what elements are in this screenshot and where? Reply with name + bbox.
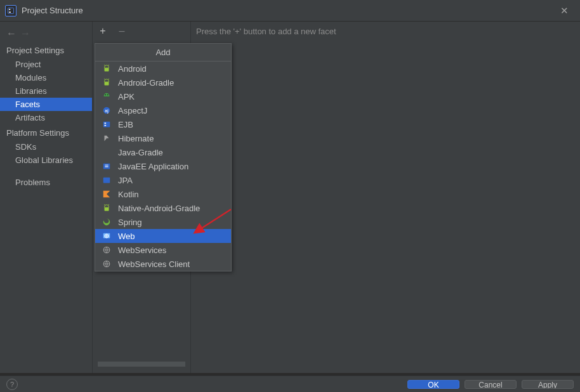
app-icon [5,5,16,16]
body: ← → Project Settings Project Modules Lib… [0,22,580,373]
svg-rect-8 [105,122,107,124]
blank-icon [102,147,112,157]
dropdown-item-label: WebServices [118,245,166,255]
dropdown-item-label: Android [118,64,147,74]
apk-icon [102,91,112,101]
dialog-footer: ? OK Cancel Apply [0,376,580,392]
svg-rect-9 [105,125,107,126]
section-platform-settings: Platform Settings [0,124,92,140]
list-scrollbar-placeholder [98,362,185,367]
forward-arrow-icon[interactable]: → [20,29,30,39]
dropdown-item-kotlin[interactable]: Kotlin [95,187,231,201]
globe-icon [102,259,112,269]
svg-point-3 [105,95,106,96]
ok-button[interactable]: OK [407,380,459,389]
spring-icon [102,217,112,227]
sidebar-item-artifacts[interactable]: Artifacts [0,111,92,124]
dropdown-item-apk[interactable]: APK [95,89,231,103]
sidebar-item-libraries[interactable]: Libraries [0,84,92,98]
sidebar-item-sdks[interactable]: SDKs [0,140,92,154]
dropdown-item-android-gradle[interactable]: Android-Gradle [95,75,231,89]
dropdown-item-label: JavaEE Application [118,162,188,171]
dropdown-item-webservices[interactable]: WebServices [95,243,231,257]
dropdown-item-label: Android-Gradle [118,78,174,88]
svg-rect-7 [103,122,110,127]
dropdown-item-aspectj[interactable]: ajAspectJ [95,103,231,117]
facet-toolbar: + – [93,22,190,41]
ejb-icon [102,119,112,129]
dropdown-item-label: EJB [118,120,133,129]
apply-button[interactable]: Apply [522,380,574,389]
svg-rect-12 [105,178,109,180]
help-button[interactable]: ? [6,379,18,390]
svg-rect-11 [103,178,110,183]
back-arrow-icon[interactable]: ← [6,29,16,39]
add-facet-dropdown: Add AndroidAndroid-GradleAPKajAspectJEJB… [95,43,232,271]
dropdown-item-label: Java-Gradle [118,148,163,157]
sidebar-item-facets[interactable]: Facets [0,98,92,111]
empty-hint: Press the '+' button to add a new facet [191,22,580,41]
dropdown-item-javaee-application[interactable]: JavaEE Application [95,159,231,173]
svg-rect-13 [105,181,109,182]
dropdown-item-webservices-client[interactable]: WebServices Client [95,257,231,271]
section-project-settings: Project Settings [0,42,92,58]
remove-facet-button[interactable]: – [117,25,127,37]
web-icon [102,231,112,241]
svg-text:aj: aj [105,108,109,114]
main-panel: Press the '+' button to add a new facet [191,22,580,373]
dropdown-item-web[interactable]: Web [95,229,231,243]
android-icon [102,203,112,213]
dropdown-title: Add [95,44,231,62]
dropdown-item-label: WebServices Client [118,259,190,269]
add-facet-button[interactable]: + [98,25,108,37]
dropdown-item-java-gradle[interactable]: Java-Gradle [95,145,231,159]
sidebar-item-global-libraries[interactable]: Global Libraries [0,154,92,167]
sidebar-item-project[interactable]: Project [0,58,92,71]
close-button[interactable]: ✕ [553,5,575,16]
aspectj-icon: aj [102,105,112,115]
dropdown-item-ejb[interactable]: EJB [95,117,231,131]
svg-rect-10 [103,164,110,169]
dropdown-item-label: Kotlin [118,190,139,199]
svg-rect-1 [105,68,109,71]
nav-back-forward: ← → [0,25,92,42]
window-title: Project Structure [22,6,83,15]
javaee-icon [102,161,112,171]
title-bar: Project Structure ✕ [0,0,580,22]
dropdown-item-android[interactable]: Android [95,62,231,75]
cancel-button[interactable]: Cancel [465,380,517,389]
jpa-icon [102,175,112,185]
dropdown-item-native-android-gradle[interactable]: Native-Android-Gradle [95,201,231,215]
svg-rect-14 [105,207,109,211]
android-icon [102,77,112,88]
sidebar-item-problems[interactable]: Problems [0,176,92,189]
dropdown-item-spring[interactable]: Spring [95,215,231,229]
sidebar-item-modules[interactable]: Modules [0,71,92,84]
dropdown-item-label: Native-Android-Gradle [118,204,200,213]
dropdown-item-label: JPA [118,176,133,185]
android-icon [102,63,112,74]
dropdown-item-jpa[interactable]: JPA [95,173,231,187]
svg-rect-2 [105,82,109,85]
kotlin-icon [102,189,112,199]
dropdown-item-label: Hibernate [118,134,154,143]
svg-point-4 [107,95,109,96]
globe-icon [102,245,112,255]
dropdown-item-hibernate[interactable]: Hibernate [95,131,231,145]
dropdown-item-label: APK [118,92,135,101]
dropdown-item-label: Web [118,232,135,241]
svg-rect-0 [8,8,14,13]
dropdown-item-label: AspectJ [118,106,147,115]
dropdown-item-label: Spring [118,218,142,227]
hibernate-icon [102,133,112,143]
sidebar: ← → Project Settings Project Modules Lib… [0,22,92,373]
